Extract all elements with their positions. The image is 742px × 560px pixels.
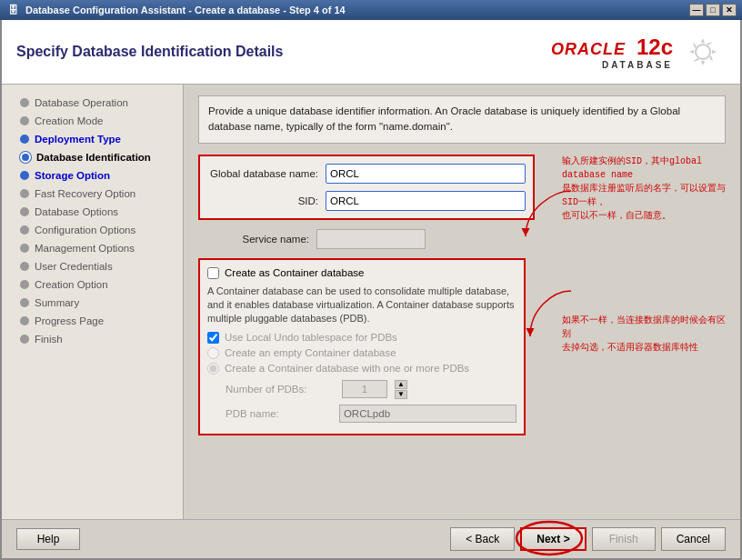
dot-config-options: [20, 225, 29, 235]
container-db-checkbox-row: Create as Container database: [207, 267, 516, 279]
svg-point-0: [696, 45, 710, 59]
dot-creation-mode: [20, 116, 29, 125]
pdb-name-input[interactable]: [339, 405, 516, 423]
annotation-arrow-2: [526, 282, 707, 355]
num-pdb-stepper[interactable]: ▲ ▼: [395, 380, 407, 399]
sidebar-item-fast-recovery[interactable]: Fast Recovery Option: [2, 185, 183, 203]
pdb-name-row: PDB name:: [226, 405, 516, 423]
num-pdb-row: Number of PDBs: ▲ ▼: [226, 380, 516, 399]
dot-finish: [20, 335, 29, 344]
sidebar-item-mgmt-options[interactable]: Management Options: [2, 239, 183, 257]
sid-row: SID:: [207, 191, 526, 211]
dot-db-operation: [20, 98, 29, 107]
dot-deployment-type: [20, 135, 29, 144]
main-panel: Provide a unique database identifier inf…: [184, 85, 740, 519]
sidebar-item-deployment-type[interactable]: Deployment Type: [2, 130, 183, 148]
sidebar-item-db-operation[interactable]: Database Operation: [2, 94, 183, 112]
help-button[interactable]: Help: [16, 528, 80, 550]
service-name-label: Service name:: [198, 234, 316, 245]
sidebar-item-progress-page[interactable]: Progress Page: [2, 312, 183, 330]
window-title: Database Configuration Assistant - Creat…: [25, 5, 689, 15]
container-desc-text: A Container database can be used to cons…: [207, 285, 516, 326]
dot-creation-option: [20, 280, 29, 289]
cancel-button[interactable]: Cancel: [661, 527, 726, 551]
page-title: Specify Database Identification Details: [16, 44, 283, 60]
radio-empty-container-row: Create an empty Container database: [207, 347, 516, 359]
dot-user-credentials: [20, 262, 29, 271]
num-pdb-label: Number of PDBs:: [226, 384, 335, 395]
sidebar-item-config-options[interactable]: Configuration Options: [2, 221, 183, 239]
oracle-db-text: DATABASE: [602, 60, 673, 70]
oracle-text: ORACLE: [551, 40, 626, 59]
empty-container-radio[interactable]: [207, 347, 219, 359]
stepper-up[interactable]: ▲: [395, 380, 407, 389]
sidebar-item-storage-option[interactable]: Storage Option: [2, 166, 183, 185]
next-button[interactable]: Next >: [520, 527, 586, 551]
service-name-input[interactable]: [316, 229, 426, 249]
dot-progress-page: [20, 316, 29, 325]
close-button[interactable]: ✕: [722, 4, 737, 16]
sidebar-item-db-identification[interactable]: Database Identification: [2, 148, 183, 166]
next-button-wrapper: Next >: [520, 527, 586, 551]
global-db-name-label: Global database name:: [207, 168, 326, 179]
dot-fast-recovery: [20, 189, 29, 198]
oracle-version: 12c: [637, 35, 673, 60]
description-text: Provide a unique database identifier inf…: [208, 105, 680, 132]
maximize-button[interactable]: □: [706, 4, 720, 16]
sidebar: Database Operation Creation Mode Deploym…: [2, 85, 184, 519]
back-button[interactable]: < Back: [450, 527, 515, 551]
undo-checkbox-row: Use Local Undo tablespace for PDBs: [207, 332, 516, 344]
undo-tablespace-checkbox[interactable]: [207, 332, 219, 344]
radio-with-pdb-row: Create a Container database with one or …: [207, 363, 516, 375]
num-pdb-input[interactable]: [342, 380, 387, 398]
dot-db-identification: [20, 152, 31, 163]
dot-storage-option: [20, 171, 29, 180]
footer-nav-buttons: < Back Next > Finish Cancel: [450, 527, 726, 551]
global-db-name-row: Global database name:: [207, 164, 526, 184]
service-name-row: Service name:: [198, 229, 544, 249]
annotation-arrow-1: [516, 182, 698, 255]
sidebar-item-summary[interactable]: Summary: [2, 294, 183, 312]
global-db-name-input[interactable]: [326, 164, 526, 184]
dot-summary: [20, 298, 29, 307]
stepper-down[interactable]: ▼: [395, 390, 407, 399]
with-pdb-label[interactable]: Create a Container database with one or …: [225, 363, 469, 374]
oracle-brand: ORACLE 12c DATABASE: [551, 29, 726, 75]
app-icon: 🗄: [5, 3, 20, 17]
gear-icon: [680, 29, 726, 75]
dot-db-options: [20, 207, 29, 216]
footer: Help < Back Next > Finish Cancel: [2, 519, 740, 558]
sid-label: SID:: [207, 195, 326, 206]
dot-mgmt-options: [20, 244, 29, 253]
main-window: Specify Database Identification Details …: [0, 20, 742, 560]
sidebar-item-creation-mode[interactable]: Creation Mode: [2, 112, 183, 130]
container-db-label[interactable]: Create as Container database: [225, 267, 364, 278]
sidebar-item-creation-option[interactable]: Creation Option: [2, 275, 183, 294]
oracle-logo: ORACLE 12c DATABASE: [551, 35, 673, 70]
container-db-checkbox[interactable]: [207, 267, 219, 279]
pdb-name-label: PDB name:: [226, 408, 332, 419]
title-bar: 🗄 Database Configuration Assistant - Cre…: [0, 0, 742, 20]
sid-input[interactable]: [326, 191, 526, 211]
description-box: Provide a unique database identifier inf…: [198, 95, 726, 144]
sidebar-item-finish[interactable]: Finish: [2, 330, 183, 348]
content-area: Database Operation Creation Mode Deploym…: [2, 85, 740, 519]
finish-button[interactable]: Finish: [592, 527, 656, 551]
empty-container-label[interactable]: Create an empty Container database: [225, 347, 396, 358]
minimize-button[interactable]: —: [689, 4, 704, 16]
window-controls: — □ ✕: [689, 4, 737, 16]
annotation-area: 输入所建实例的SID，其中global database name 是数据库注册…: [553, 155, 726, 435]
with-pdb-radio[interactable]: [207, 363, 219, 375]
undo-tablespace-label[interactable]: Use Local Undo tablespace for PDBs: [225, 332, 397, 343]
header: Specify Database Identification Details …: [2, 20, 740, 85]
sidebar-item-user-credentials[interactable]: User Credentials: [2, 257, 183, 275]
sidebar-item-db-options[interactable]: Database Options: [2, 203, 183, 221]
